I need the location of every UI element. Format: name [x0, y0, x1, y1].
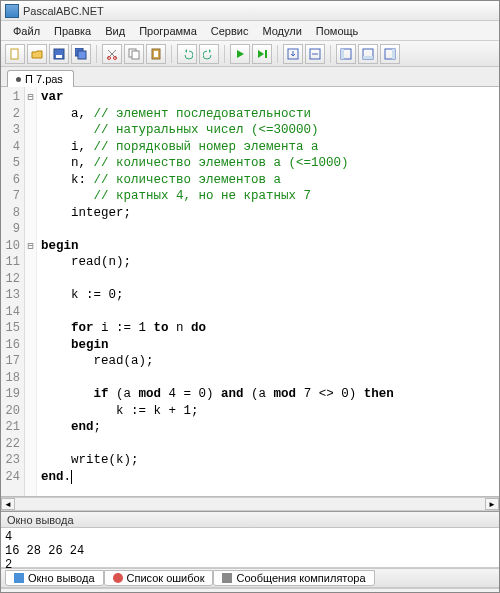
toolbar-separator: [171, 45, 172, 63]
scroll-left-icon[interactable]: ◄: [1, 498, 15, 510]
compiler-tab-icon: [222, 573, 232, 583]
tab-label: П 7.pas: [25, 73, 63, 85]
toolbar-separator: [330, 45, 331, 63]
toolbar-separator: [224, 45, 225, 63]
bottom-tab-compiler[interactable]: Сообщения компилятора: [213, 570, 374, 586]
copy-icon[interactable]: [124, 44, 144, 64]
svg-rect-17: [363, 56, 373, 59]
redo-icon[interactable]: [199, 44, 219, 64]
svg-rect-4: [78, 51, 86, 59]
svg-rect-2: [56, 55, 62, 58]
svg-rect-19: [392, 49, 395, 59]
bottom-tab-errors[interactable]: Список ошибок: [104, 570, 214, 586]
bottom-tab-output[interactable]: Окно вывода: [5, 570, 104, 586]
output-title: Окно вывода: [1, 512, 499, 528]
horizontal-scrollbar[interactable]: ◄ ►: [1, 497, 499, 511]
save-all-icon[interactable]: [71, 44, 91, 64]
svg-rect-11: [265, 50, 267, 58]
step-over-icon[interactable]: [305, 44, 325, 64]
app-title: PascalABC.NET: [23, 5, 104, 17]
code-area[interactable]: var a, // элемент последовательности // …: [37, 87, 499, 496]
titlebar: PascalABC.NET: [1, 1, 499, 21]
menu-modules[interactable]: Модули: [256, 24, 307, 38]
new-file-icon[interactable]: [5, 44, 25, 64]
bottom-tab-label: Окно вывода: [28, 572, 95, 584]
toolbar-separator: [277, 45, 278, 63]
cut-icon[interactable]: [102, 44, 122, 64]
code-editor[interactable]: 1 2 3 4 5 6 7 8 9 10 11 12 13 14 15 16 1…: [1, 87, 499, 497]
fold-column[interactable]: ⊟ ⊟: [25, 87, 37, 496]
save-icon[interactable]: [49, 44, 69, 64]
bottom-tab-label: Список ошибок: [127, 572, 205, 584]
menubar: Файл Правка Вид Программа Сервис Модули …: [1, 21, 499, 41]
output-tab-icon: [14, 573, 24, 583]
menu-view[interactable]: Вид: [99, 24, 131, 38]
step-into-icon[interactable]: [283, 44, 303, 64]
menu-edit[interactable]: Правка: [48, 24, 97, 38]
scroll-track[interactable]: [15, 498, 485, 510]
output-panel: Окно вывода 4 16 28 26 24 2: [1, 511, 499, 568]
modified-dot-icon: [16, 77, 21, 82]
run-icon[interactable]: [230, 44, 250, 64]
output-body[interactable]: 4 16 28 26 24 2: [1, 528, 499, 568]
paste-icon[interactable]: [146, 44, 166, 64]
bottom-tab-label: Сообщения компилятора: [236, 572, 365, 584]
panel1-icon[interactable]: [336, 44, 356, 64]
panel2-icon[interactable]: [358, 44, 378, 64]
app-icon: [5, 4, 19, 18]
panel3-icon[interactable]: [380, 44, 400, 64]
errors-tab-icon: [113, 573, 123, 583]
open-icon[interactable]: [27, 44, 47, 64]
tab-current-file[interactable]: П 7.pas: [7, 70, 74, 87]
svg-point-6: [114, 56, 117, 59]
svg-rect-10: [154, 51, 158, 57]
toolbar-separator: [96, 45, 97, 63]
scroll-right-icon[interactable]: ►: [485, 498, 499, 510]
svg-rect-8: [132, 51, 139, 59]
line-gutter: 1 2 3 4 5 6 7 8 9 10 11 12 13 14 15 16 1…: [1, 87, 25, 496]
svg-point-5: [108, 56, 111, 59]
menu-program[interactable]: Программа: [133, 24, 203, 38]
toolbar: [1, 41, 499, 67]
svg-rect-15: [341, 49, 344, 59]
menu-help[interactable]: Помощь: [310, 24, 365, 38]
menu-file[interactable]: Файл: [7, 24, 46, 38]
tabstrip: П 7.pas: [1, 67, 499, 87]
menu-service[interactable]: Сервис: [205, 24, 255, 38]
run-no-debug-icon[interactable]: [252, 44, 272, 64]
statusbar: Компиляция прошла успешно (24 строк), 1 …: [1, 588, 499, 593]
bottom-tabstrip: Окно вывода Список ошибок Сообщения комп…: [1, 568, 499, 588]
undo-icon[interactable]: [177, 44, 197, 64]
svg-rect-0: [11, 49, 18, 59]
